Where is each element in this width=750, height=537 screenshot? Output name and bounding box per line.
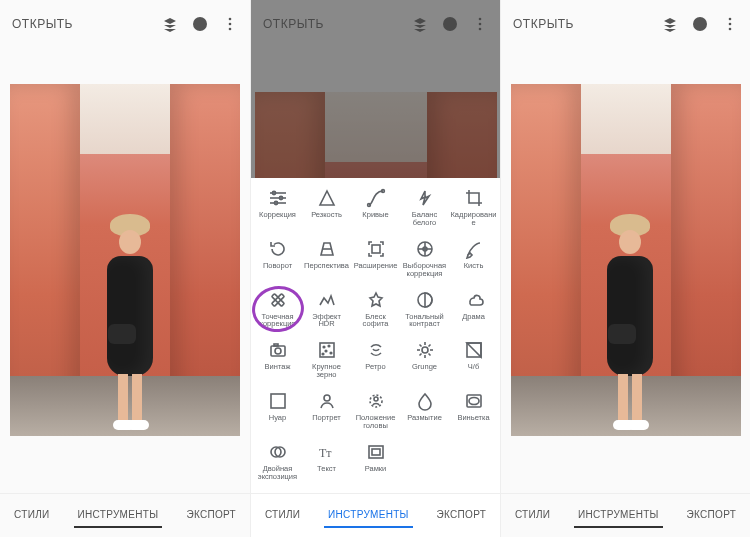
- stacks-icon[interactable]: [662, 16, 678, 32]
- rotate-icon: [268, 239, 288, 259]
- tab-styles[interactable]: СТИЛИ: [511, 503, 554, 528]
- stacks-icon[interactable]: [162, 16, 178, 32]
- tool-retrolux[interactable]: Ретро: [351, 334, 400, 383]
- tool-label: Коррекция: [259, 211, 296, 219]
- tool-expand[interactable]: Расширение: [351, 233, 400, 282]
- tab-export[interactable]: ЭКСПОРТ: [182, 503, 240, 528]
- tool-label: Рамки: [365, 465, 387, 473]
- tool-drama[interactable]: Драма: [449, 284, 498, 333]
- tab-tools[interactable]: ИНСТРУМЕНТЫ: [324, 503, 413, 528]
- tab-export[interactable]: ЭКСПОРТ: [683, 503, 741, 528]
- tool-tune[interactable]: Коррекция: [253, 182, 302, 231]
- tool-portrait[interactable]: Портрет: [302, 385, 351, 434]
- tool-perspective[interactable]: Перспектива: [302, 233, 351, 282]
- hdr-icon: [317, 290, 337, 310]
- tool-label: Расширение: [354, 262, 398, 270]
- tab-tools[interactable]: ИНСТРУМЕНТЫ: [74, 503, 163, 528]
- tab-styles[interactable]: СТИЛИ: [10, 503, 53, 528]
- tool-dblexp[interactable]: Двойная экспозиция: [253, 436, 302, 485]
- tool-tonal[interactable]: Тональный контраст: [400, 284, 449, 333]
- vintage-icon: [268, 340, 288, 360]
- open-button[interactable]: ОТКРЫТЬ: [12, 17, 73, 31]
- tune-icon: [268, 188, 288, 208]
- text-icon: [317, 442, 337, 462]
- tool-label: Крупное зерно: [303, 363, 350, 379]
- tool-vintage[interactable]: Винтаж: [253, 334, 302, 383]
- tool-label: Ретро: [365, 363, 385, 371]
- dim-overlay: [251, 0, 500, 178]
- tools-sheet: КоррекцияРезкостьКривыеБаланс белогоКадр…: [251, 178, 500, 493]
- tool-bw[interactable]: Ч/б: [449, 334, 498, 383]
- tool-label: Эффект HDR: [303, 313, 350, 329]
- noir-icon: [268, 391, 288, 411]
- perspective-icon: [317, 239, 337, 259]
- drama-icon: [464, 290, 484, 310]
- tool-grainy[interactable]: Крупное зерно: [302, 334, 351, 383]
- brush-icon: [464, 239, 484, 259]
- photo-preview: [511, 84, 741, 436]
- more-icon[interactable]: [722, 16, 738, 32]
- tool-label: Размытие: [407, 414, 442, 422]
- tool-vignette[interactable]: Виньетка: [449, 385, 498, 434]
- tool-wb[interactable]: Баланс белого: [400, 182, 449, 231]
- image-canvas[interactable]: [0, 48, 250, 493]
- top-bar: ОТКРЫТЬ: [501, 0, 750, 48]
- tab-export[interactable]: ЭКСПОРТ: [433, 503, 491, 528]
- vignette-icon: [464, 391, 484, 411]
- grainy-icon: [317, 340, 337, 360]
- info-icon[interactable]: [192, 16, 208, 32]
- tool-label: Резкость: [311, 211, 342, 219]
- tool-label: Выборочная коррекция: [401, 262, 448, 278]
- more-icon[interactable]: [222, 16, 238, 32]
- crop-icon: [464, 188, 484, 208]
- tool-label: Точечная коррекция: [254, 313, 301, 329]
- phone-screen-2: ОТКРЫТЬ КоррекцияРезкостьКривыеБаланс бе…: [250, 0, 500, 537]
- tonal-icon: [415, 290, 435, 310]
- tool-frames[interactable]: Рамки: [351, 436, 400, 485]
- phone-screen-3: ОТКРЫТЬ СТИЛИ ИНСТРУМЕНТЫ ЭКСПОРТ: [500, 0, 750, 537]
- tool-curves[interactable]: Кривые: [351, 182, 400, 231]
- blur-icon: [415, 391, 435, 411]
- tool-hdr[interactable]: Эффект HDR: [302, 284, 351, 333]
- retrolux-icon: [366, 340, 386, 360]
- tool-label: Кривые: [362, 211, 388, 219]
- tool-label: Блеск софита: [352, 313, 399, 329]
- tool-details[interactable]: Резкость: [302, 182, 351, 231]
- headpose-icon: [366, 391, 386, 411]
- tool-glamour[interactable]: Блеск софита: [351, 284, 400, 333]
- tool-label: Драма: [462, 313, 485, 321]
- glamour-icon: [366, 290, 386, 310]
- frames-icon: [366, 442, 386, 462]
- selective-icon: [415, 239, 435, 259]
- tool-brush[interactable]: Кисть: [449, 233, 498, 282]
- tool-label: Поворот: [263, 262, 292, 270]
- tool-headpose[interactable]: Положение головы: [351, 385, 400, 434]
- tool-selective[interactable]: Выборочная коррекция: [400, 233, 449, 282]
- tab-tools[interactable]: ИНСТРУМЕНТЫ: [574, 503, 663, 528]
- dblexp-icon: [268, 442, 288, 462]
- tool-blur[interactable]: Размытие: [400, 385, 449, 434]
- tool-label: Кадрирование: [450, 211, 497, 227]
- tool-noir[interactable]: Нуар: [253, 385, 302, 434]
- details-icon: [317, 188, 337, 208]
- photo-preview: [10, 84, 240, 436]
- portrait-icon: [317, 391, 337, 411]
- info-icon[interactable]: [692, 16, 708, 32]
- bottom-tabs: СТИЛИ ИНСТРУМЕНТЫ ЭКСПОРТ: [251, 493, 500, 537]
- tool-label: Grunge: [412, 363, 437, 371]
- expand-icon: [366, 239, 386, 259]
- tool-crop[interactable]: Кадрирование: [449, 182, 498, 231]
- tool-label: Кисть: [464, 262, 484, 270]
- image-canvas[interactable]: [501, 48, 750, 493]
- bw-icon: [464, 340, 484, 360]
- tool-rotate[interactable]: Поворот: [253, 233, 302, 282]
- bottom-tabs: СТИЛИ ИНСТРУМЕНТЫ ЭКСПОРТ: [501, 493, 750, 537]
- tool-grunge[interactable]: Grunge: [400, 334, 449, 383]
- tool-label: Перспектива: [304, 262, 349, 270]
- open-button[interactable]: ОТКРЫТЬ: [513, 17, 574, 31]
- tool-label: Текст: [317, 465, 336, 473]
- tool-healing[interactable]: Точечная коррекция: [253, 284, 302, 333]
- tab-styles[interactable]: СТИЛИ: [261, 503, 304, 528]
- top-bar: ОТКРЫТЬ: [0, 0, 250, 48]
- tool-text[interactable]: Текст: [302, 436, 351, 485]
